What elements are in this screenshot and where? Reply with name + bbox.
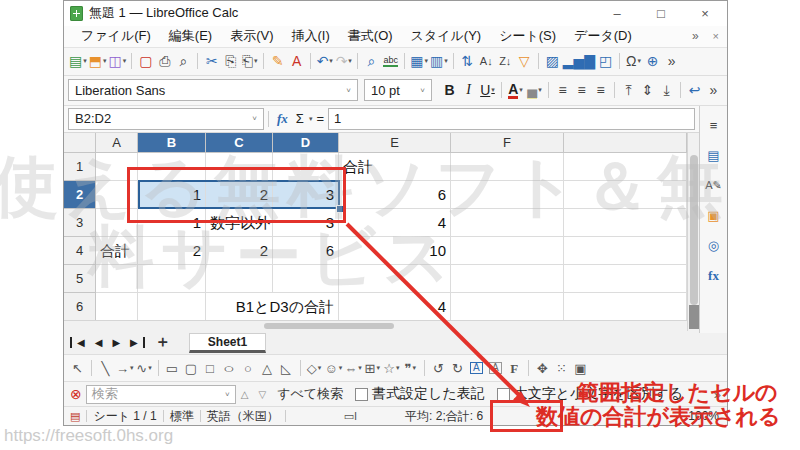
insert-image-icon[interactable]: ▨ xyxy=(544,50,561,72)
cell-D1[interactable] xyxy=(273,153,339,181)
row-header-3[interactable]: 3 xyxy=(64,209,96,237)
cell-F5[interactable] xyxy=(451,265,564,293)
callouts-icon[interactable]: ❞▾ xyxy=(402,357,419,379)
close-find-bar-icon[interactable]: ⊗ xyxy=(70,386,82,402)
arrow-icon[interactable]: →▾ xyxy=(116,357,134,379)
toolbar-overflow-icon[interactable]: » xyxy=(705,79,722,101)
maximize-button[interactable]: □ xyxy=(639,6,683,21)
toolbar-overflow-icon[interactable]: » xyxy=(663,50,680,72)
bold-icon[interactable]: B xyxy=(441,79,458,101)
sort-ascending-icon[interactable]: A↓ xyxy=(478,50,495,72)
cell-G2[interactable] xyxy=(564,181,687,209)
sheet-indicator[interactable]: シート 1 / 1 xyxy=(93,408,156,425)
square-icon[interactable]: □ xyxy=(202,357,219,379)
menu-item[interactable]: 書式(O) xyxy=(339,27,402,45)
column-header-B[interactable]: B xyxy=(138,133,206,153)
last-sheet-icon[interactable]: ▶ xyxy=(125,337,145,348)
styles-icon[interactable]: A✎ xyxy=(705,174,722,196)
select-all-corner[interactable] xyxy=(64,133,96,153)
cell-B4[interactable]: 2 xyxy=(138,237,206,265)
match-case-checkbox[interactable]: 大文字と小文字を区別する xyxy=(497,385,683,403)
equals-icon[interactable]: = xyxy=(316,111,324,126)
highlight-color-icon[interactable]: ▄▾ xyxy=(526,79,543,101)
cell-A6[interactable] xyxy=(96,293,138,321)
dropdown-arrow-icon[interactable]: ▾ xyxy=(309,115,313,123)
find-previous-icon[interactable]: △ xyxy=(241,389,249,400)
dropdown-arrow-icon[interactable]: ▾ xyxy=(123,57,127,65)
cell-F2[interactable] xyxy=(451,181,564,209)
formula-input[interactable]: 1 xyxy=(328,108,695,130)
checkbox-icon[interactable] xyxy=(497,388,510,401)
cell-E5[interactable] xyxy=(339,265,451,293)
minimize-button[interactable]: – xyxy=(595,6,639,21)
rotate-icon[interactable]: ↺ xyxy=(430,357,447,379)
vertical-scrollbar-thumb[interactable] xyxy=(690,155,698,305)
menu-overflow-icon[interactable]: » xyxy=(686,29,705,43)
horizontal-scrollbar[interactable] xyxy=(64,320,687,331)
column-header-C[interactable]: C xyxy=(206,133,273,153)
cell-G5[interactable] xyxy=(564,265,687,293)
cell-C4[interactable]: 2 xyxy=(206,237,273,265)
dropdown-arrow-icon[interactable]: ▾ xyxy=(318,364,322,372)
dropdown-arrow-icon[interactable]: ▾ xyxy=(348,57,352,65)
cell-C3[interactable]: 数字以外 xyxy=(206,209,273,237)
first-sheet-icon[interactable]: ◀ xyxy=(70,337,90,348)
find-replace-icon[interactable]: ⌕ xyxy=(363,50,380,72)
column-header-D[interactable]: D xyxy=(273,133,339,153)
dropdown-arrow-icon[interactable]: ▾ xyxy=(519,86,523,94)
chevron-down-icon[interactable]: ˅ xyxy=(420,86,425,95)
font-name-combo[interactable]: Liberation Sans ˅ xyxy=(68,79,358,101)
column-header-A[interactable]: A xyxy=(96,133,138,153)
cell-B2[interactable]: 1 xyxy=(138,181,206,209)
chevron-down-icon[interactable]: ˅ xyxy=(252,114,257,123)
stars-icon[interactable]: ☆▾ xyxy=(383,357,400,379)
dropdown-arrow-icon[interactable]: ▾ xyxy=(254,57,258,65)
insert-chart-icon[interactable]: ▂▅▇ xyxy=(563,50,595,72)
function-wizard-icon[interactable]: fx xyxy=(277,111,288,127)
align-right-icon[interactable]: ≡ xyxy=(592,79,609,101)
print-icon[interactable]: ⎙ xyxy=(156,50,173,72)
dropdown-arrow-icon[interactable]: ▾ xyxy=(377,364,381,372)
autofilter-icon[interactable]: ▽ xyxy=(516,50,533,72)
row-header-4[interactable]: 4 xyxy=(64,237,96,265)
cell-F4[interactable] xyxy=(451,237,564,265)
cell-F1[interactable] xyxy=(451,153,564,181)
menu-item[interactable]: データ(D) xyxy=(565,27,641,45)
row-header-6[interactable]: 6 xyxy=(64,293,96,321)
align-top-icon[interactable]: ⤒ xyxy=(620,79,637,101)
dropdown-arrow-icon[interactable]: ▾ xyxy=(148,364,152,372)
dropdown-arrow-icon[interactable]: ▾ xyxy=(83,57,87,65)
functions-icon[interactable]: fx xyxy=(705,264,722,286)
export-pdf-icon[interactable]: ▢ xyxy=(137,50,154,72)
center-vertically-icon[interactable]: ⇕ xyxy=(639,79,656,101)
clear-formatting-icon[interactable]: A xyxy=(288,50,305,72)
cell-D3[interactable]: 3 xyxy=(273,209,339,237)
sort-icon[interactable]: ⇅ xyxy=(459,50,476,72)
cell-E2[interactable]: 6 xyxy=(339,181,451,209)
dropdown-arrow-icon[interactable]: ▾ xyxy=(491,86,495,94)
dropdown-arrow-icon[interactable]: ▾ xyxy=(638,57,642,65)
find-bar-overflow-icon[interactable]: » xyxy=(714,387,721,402)
clone-formatting-icon[interactable]: ✎ xyxy=(269,50,286,72)
dropdown-arrow-icon[interactable]: ▾ xyxy=(396,364,400,372)
cell-G1[interactable] xyxy=(564,153,687,181)
menu-item[interactable]: スタイル(Y) xyxy=(402,27,491,45)
cell-C1[interactable] xyxy=(206,153,273,181)
cell-D5[interactable] xyxy=(273,265,339,293)
cell-F3[interactable] xyxy=(451,209,564,237)
cell-C5[interactable] xyxy=(206,265,273,293)
cell-A5[interactable] xyxy=(96,265,138,293)
dropdown-arrow-icon[interactable]: ▾ xyxy=(358,364,362,372)
dropdown-arrow-icon[interactable]: ▾ xyxy=(444,57,448,65)
new-document-icon[interactable]: ▤▾ xyxy=(69,50,87,72)
align-left-icon[interactable]: ≡ xyxy=(554,79,571,101)
sort-descending-icon[interactable]: Z↓ xyxy=(497,50,514,72)
cell-G3[interactable] xyxy=(564,209,687,237)
paste-icon[interactable]: ⎗▾ xyxy=(241,50,258,72)
circle-icon[interactable]: ○ xyxy=(240,357,257,379)
close-button[interactable]: × xyxy=(683,6,727,21)
line-icon[interactable]: ╲ xyxy=(97,357,114,379)
triangle-icon[interactable]: △ xyxy=(259,357,276,379)
curve-icon[interactable]: ∿▾ xyxy=(136,357,153,379)
cell-A4[interactable]: 合計 xyxy=(96,237,138,265)
